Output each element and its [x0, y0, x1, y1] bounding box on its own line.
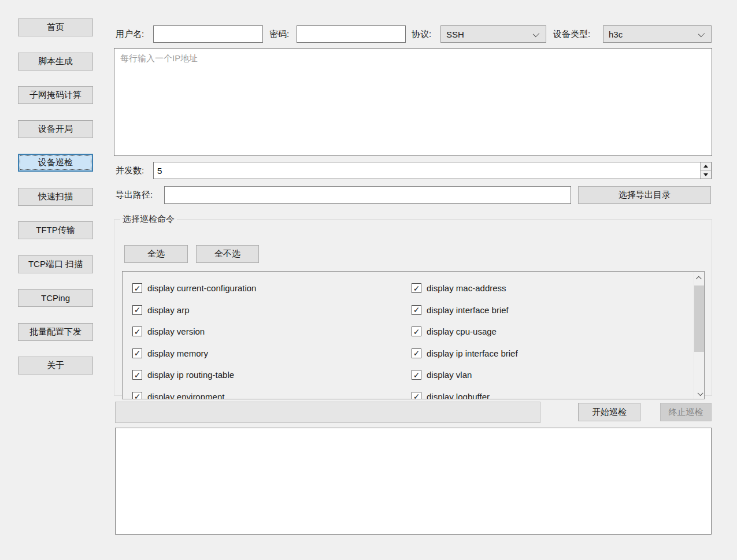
- username-label: 用户名:: [116, 25, 144, 43]
- command-checkbox-list: display current-configuration display ar…: [122, 271, 705, 399]
- export-path-input[interactable]: [164, 186, 571, 204]
- concurrency-input[interactable]: [153, 162, 712, 179]
- device-type-selected-value: h3c: [609, 29, 623, 39]
- spin-down-icon: [703, 173, 708, 176]
- command-label: display current-configuration: [147, 283, 256, 293]
- concurrency-stepper: [153, 162, 712, 179]
- sidebar-item-device-inspection[interactable]: 设备巡检: [18, 154, 93, 172]
- checkbox-checked-icon[interactable]: [412, 392, 421, 399]
- protocol-select[interactable]: SSH: [440, 25, 546, 43]
- checkbox-checked-icon[interactable]: [412, 370, 421, 380]
- command-label: display arp: [147, 305, 190, 315]
- password-input[interactable]: [297, 25, 406, 43]
- sidebar-item-script-generation[interactable]: 脚本生成: [18, 53, 93, 71]
- stop-inspection-button[interactable]: 终止巡检: [660, 403, 712, 421]
- checkbox-checked-icon[interactable]: [412, 305, 421, 315]
- checkbox-checked-icon[interactable]: [132, 327, 142, 336]
- command-label: display mac-address: [427, 283, 506, 293]
- sidebar: 首页 脚本生成 子网掩码计算 设备开局 设备巡检 快速扫描 TFTP传输 TCP…: [18, 18, 93, 374]
- command-label: display version: [147, 327, 205, 336]
- spinner-buttons: [700, 162, 711, 179]
- chevron-down-icon: [698, 390, 703, 396]
- inspection-commands-group: 选择巡检命令 全选 全不选 display current-configurat…: [114, 214, 712, 396]
- command-label: display memory: [147, 348, 208, 358]
- protocol-selected-value: SSH: [446, 29, 464, 39]
- deselect-all-button[interactable]: 全不选: [196, 245, 259, 263]
- ip-list-textarea[interactable]: [114, 48, 712, 156]
- sidebar-item-home[interactable]: 首页: [18, 18, 93, 36]
- sidebar-item-tftp-transfer[interactable]: TFTP传输: [18, 221, 93, 239]
- spin-down-button[interactable]: [701, 170, 711, 179]
- command-item[interactable]: display vlan: [412, 364, 518, 386]
- command-item[interactable]: display arp: [132, 299, 256, 321]
- export-path-label: 导出路径:: [116, 186, 153, 204]
- checkbox-checked-icon[interactable]: [132, 392, 142, 399]
- sidebar-item-subnet-mask-calc[interactable]: 子网掩码计算: [18, 86, 93, 104]
- command-column-left: display current-configuration display ar…: [132, 272, 256, 399]
- spin-up-icon: [703, 165, 708, 168]
- command-item[interactable]: display current-configuration: [132, 277, 256, 299]
- command-item[interactable]: display ip interface brief: [412, 343, 518, 365]
- checkbox-checked-icon[interactable]: [412, 348, 421, 358]
- checkbox-checked-icon[interactable]: [412, 327, 421, 336]
- select-all-button[interactable]: 全选: [124, 245, 188, 263]
- checkbox-checked-icon[interactable]: [132, 348, 142, 358]
- protocol-label: 协议:: [412, 25, 431, 43]
- spin-up-button[interactable]: [701, 162, 711, 170]
- concurrency-label: 并发数:: [116, 162, 144, 179]
- command-column-right: display mac-address display interface br…: [412, 272, 518, 399]
- command-label: display vlan: [427, 370, 472, 380]
- command-item[interactable]: display environment: [132, 386, 256, 400]
- chevron-up-icon: [696, 276, 702, 282]
- app-window: 首页 脚本生成 子网掩码计算 设备开局 设备巡检 快速扫描 TFTP传输 TCP…: [0, 0, 737, 560]
- checkbox-checked-icon[interactable]: [132, 305, 142, 315]
- sidebar-item-about[interactable]: 关于: [18, 357, 93, 374]
- sidebar-item-quick-scan[interactable]: 快速扫描: [18, 188, 93, 206]
- checkbox-checked-icon[interactable]: [132, 283, 142, 293]
- command-label: display logbuffer: [427, 392, 490, 399]
- choose-export-dir-button[interactable]: 选择导出目录: [578, 186, 711, 204]
- command-item[interactable]: display mac-address: [412, 277, 518, 299]
- scrollbar-thumb[interactable]: [694, 285, 704, 352]
- command-label: display cpu-usage: [427, 327, 497, 336]
- scroll-up-button[interactable]: [694, 273, 704, 283]
- chevron-down-icon: [698, 31, 705, 37]
- device-type-select[interactable]: h3c: [603, 25, 712, 43]
- command-label: display ip interface brief: [427, 348, 518, 358]
- device-type-label: 设备类型:: [553, 25, 590, 43]
- sidebar-item-tcp-port-scan[interactable]: TCP端口 扫描: [18, 255, 93, 273]
- command-item[interactable]: display cpu-usage: [412, 321, 518, 343]
- progress-bar: [115, 402, 540, 423]
- command-label: display ip routing-table: [147, 370, 234, 380]
- command-item[interactable]: display memory: [132, 343, 256, 365]
- command-item[interactable]: display interface brief: [412, 299, 518, 321]
- vertical-scrollbar[interactable]: [694, 272, 704, 399]
- checkbox-checked-icon[interactable]: [412, 283, 421, 293]
- command-item[interactable]: display ip routing-table: [132, 364, 256, 386]
- command-label: display interface brief: [427, 305, 509, 315]
- chevron-down-icon: [533, 31, 539, 37]
- checkbox-checked-icon[interactable]: [132, 370, 142, 380]
- inspection-commands-group-title: 选择巡检命令: [120, 214, 177, 225]
- output-log-textarea[interactable]: [115, 428, 712, 535]
- sidebar-item-device-setup[interactable]: 设备开局: [18, 120, 93, 138]
- sidebar-item-tcping[interactable]: TCPing: [18, 289, 93, 307]
- start-inspection-button[interactable]: 开始巡检: [578, 403, 640, 421]
- sidebar-item-batch-config[interactable]: 批量配置下发: [18, 323, 93, 341]
- command-label: display environment: [147, 392, 224, 399]
- username-input[interactable]: [153, 25, 263, 43]
- password-label: 密码:: [269, 25, 289, 43]
- command-item[interactable]: display logbuffer: [412, 386, 518, 400]
- command-item[interactable]: display version: [132, 321, 256, 343]
- scroll-down-button[interactable]: [694, 388, 704, 398]
